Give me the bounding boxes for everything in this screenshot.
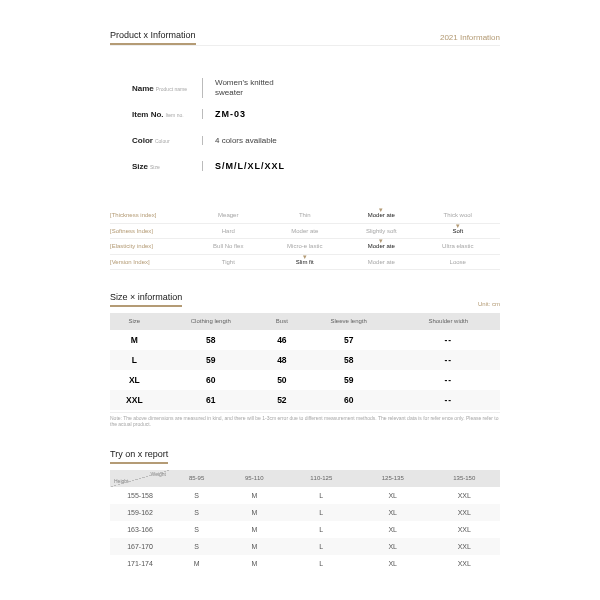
tryon-cell: XXL: [428, 504, 500, 521]
label-name: Name: [132, 84, 154, 93]
size-cell: --: [396, 370, 500, 390]
tryon-cell: M: [223, 538, 285, 555]
tryon-cell: XL: [357, 504, 429, 521]
index-option: Moder ate: [343, 243, 420, 250]
sublabel-size: Size: [150, 164, 160, 170]
tryon-cell: XL: [357, 487, 429, 504]
size-cell: 57: [301, 330, 397, 350]
index-option: Slim fit: [267, 259, 344, 266]
tryon-cell: XL: [357, 555, 429, 572]
index-option: Slightly soft: [343, 228, 420, 235]
size-cell: 61: [159, 390, 263, 410]
size-note: Note: The above dimensions are measured …: [110, 412, 500, 427]
index-meters: [Thickness index]MeagerThinModer ateThic…: [110, 208, 500, 270]
size-cell: 48: [263, 350, 301, 370]
tryon-section: Try on x report WeightHeight85-9595-1101…: [110, 449, 500, 572]
year-tag: 2021 Information: [440, 33, 500, 45]
tryon-cell: L: [285, 521, 357, 538]
basic-info: NameProduct name Women's knitted sweater…: [110, 64, 500, 192]
size-cell: L: [110, 350, 159, 370]
tryon-col-header: 110-125: [285, 470, 357, 487]
index-option: Tight: [190, 259, 267, 266]
sublabel-item: Item no.: [166, 112, 184, 118]
tryon-cell: L: [285, 555, 357, 572]
index-option: Ultra elastic: [420, 243, 497, 250]
size-cell: --: [396, 330, 500, 350]
table-row: 167-170SMLXLXXL: [110, 538, 500, 555]
size-cell: 60: [159, 370, 263, 390]
index-option: Bull No flex: [190, 243, 267, 250]
product-info-header: Product x Information 2021 Information: [110, 30, 500, 46]
tryon-cell: M: [223, 555, 285, 572]
tryon-diag-header: WeightHeight: [110, 470, 170, 487]
tryon-cell: 167-170: [110, 538, 170, 555]
tryon-cell: M: [223, 487, 285, 504]
table-row: 171-174MMLXLXXL: [110, 555, 500, 572]
table-row: 155-158SMLXLXXL: [110, 487, 500, 504]
size-cell: 58: [159, 330, 263, 350]
label-size: Size: [132, 162, 148, 171]
tryon-cell: S: [170, 538, 223, 555]
size-cell: --: [396, 390, 500, 410]
size-unit: Unit: cm: [478, 301, 500, 307]
table-row: L594858--: [110, 350, 500, 370]
tryon-col-header: 135-150: [428, 470, 500, 487]
table-row: 159-162SMLXLXXL: [110, 504, 500, 521]
size-cell: 50: [263, 370, 301, 390]
tryon-cell: M: [223, 504, 285, 521]
size-cell: --: [396, 350, 500, 370]
label-color: Color: [132, 136, 153, 145]
size-cell: 58: [301, 350, 397, 370]
info-row-size: SizeSize S/M/L/XL/XXL: [132, 156, 478, 176]
tryon-cell: XXL: [428, 555, 500, 572]
tryon-cell: XL: [357, 538, 429, 555]
sublabel-name: Product name: [156, 86, 187, 92]
index-option: Loose: [420, 259, 497, 266]
page-title: Product x Information: [110, 30, 196, 45]
index-option: Thick wool: [420, 212, 497, 219]
value-item: ZM-03: [202, 109, 246, 119]
size-cell: 46: [263, 330, 301, 350]
size-cell: 52: [263, 390, 301, 410]
tryon-cell: XXL: [428, 538, 500, 555]
tryon-cell: XXL: [428, 521, 500, 538]
index-option: Moder ate: [343, 212, 420, 219]
size-table: SizeClothing lengthBustSleeve lengthShou…: [110, 313, 500, 410]
value-size: S/M/L/XL/XXL: [202, 161, 285, 171]
sublabel-color: Colour: [155, 138, 170, 144]
table-row: 163-166SMLXLXXL: [110, 521, 500, 538]
size-col-header: Shoulder width: [396, 313, 500, 330]
tryon-cell: S: [170, 487, 223, 504]
size-col-header: Bust: [263, 313, 301, 330]
index-option: Moder ate: [267, 228, 344, 235]
size-cell: XL: [110, 370, 159, 390]
index-option: Thin: [267, 212, 344, 219]
label-item: Item No.: [132, 110, 164, 119]
info-row-color: ColorColour 4 colors available: [132, 130, 478, 150]
size-cell: 60: [301, 390, 397, 410]
size-title: Size × information: [110, 292, 182, 307]
index-label: [Version Index]: [110, 259, 190, 265]
size-col-header: Size: [110, 313, 159, 330]
tryon-col-header: 85-95: [170, 470, 223, 487]
table-row: XL605059--: [110, 370, 500, 390]
table-row: M584657--: [110, 330, 500, 350]
index-option: Soft: [420, 228, 497, 235]
tryon-col-header: 125-135: [357, 470, 429, 487]
tryon-cell: S: [170, 521, 223, 538]
index-label: [Softness Index]: [110, 228, 190, 234]
index-row: [Softness Index]HardModer ateSlightly so…: [110, 224, 500, 240]
tryon-cell: 155-158: [110, 487, 170, 504]
tryon-cell: L: [285, 504, 357, 521]
table-row: XXL615260--: [110, 390, 500, 410]
tryon-cell: 163-166: [110, 521, 170, 538]
index-row: [Version Index]TightSlim fitModer ateLoo…: [110, 255, 500, 271]
tryon-cell: XXL: [428, 487, 500, 504]
size-cell: 59: [301, 370, 397, 390]
tryon-cell: L: [285, 487, 357, 504]
tryon-cell: XL: [357, 521, 429, 538]
tryon-cell: L: [285, 538, 357, 555]
index-option: Moder ate: [343, 259, 420, 266]
info-row-name: NameProduct name Women's knitted sweater: [132, 78, 478, 98]
size-cell: XXL: [110, 390, 159, 410]
